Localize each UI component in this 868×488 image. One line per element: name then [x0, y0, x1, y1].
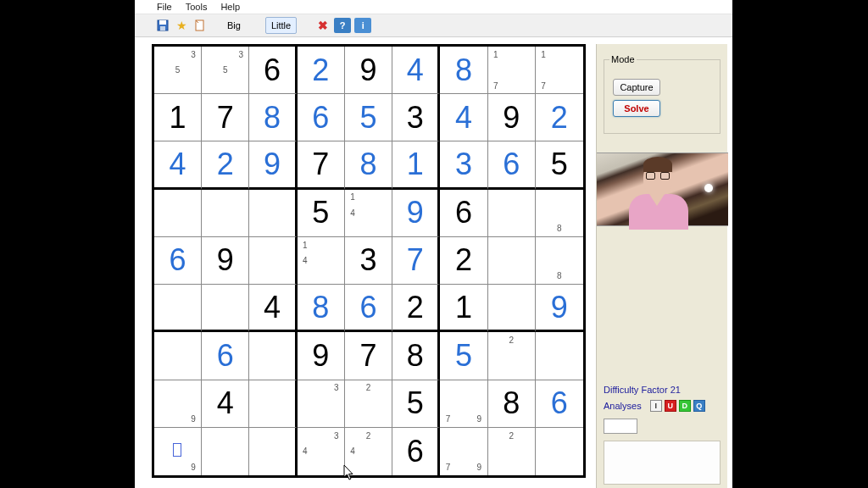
menu-file[interactable]: File: [157, 2, 172, 12]
cell-r6-c2[interactable]: [202, 285, 249, 332]
cell-r7-c9[interactable]: [536, 332, 583, 380]
sudoku-grid[interactable]: 3535629481717178653492429781365514968691…: [152, 44, 586, 478]
cell-r3-c4[interactable]: 7: [298, 141, 345, 189]
cell-r4-c1[interactable]: [154, 190, 202, 237]
cell-r1-c7[interactable]: 8: [440, 47, 487, 94]
help-button[interactable]: ?: [334, 18, 351, 33]
cell-r9-c9[interactable]: [536, 428, 583, 475]
cell-r1-c5[interactable]: 9: [345, 47, 392, 94]
cell-r3-c7[interactable]: 3: [440, 141, 487, 189]
cell-r2-c5[interactable]: 5: [345, 94, 392, 141]
cell-r2-c4[interactable]: 6: [298, 94, 345, 141]
cell-r6-c6[interactable]: 2: [392, 285, 440, 332]
cell-r6-c4[interactable]: 8: [298, 285, 345, 332]
cell-r2-c7[interactable]: 4: [440, 94, 487, 141]
cell-r3-c8[interactable]: 6: [488, 141, 536, 189]
cell-r1-c9[interactable]: 17: [536, 47, 583, 94]
cell-r2-c9[interactable]: 2: [536, 94, 583, 141]
cell-r1-c6[interactable]: 4: [392, 47, 440, 94]
cell-r6-c7[interactable]: 1: [440, 285, 487, 332]
cell-r2-c2[interactable]: 7: [202, 94, 249, 141]
analysis-d-button[interactable]: D: [679, 400, 691, 412]
cell-r7-c3[interactable]: [249, 332, 297, 380]
cell-r7-c4[interactable]: 9: [298, 332, 345, 380]
cell-r7-c8[interactable]: 2: [488, 332, 536, 380]
cell-r5-c7[interactable]: 2: [440, 237, 487, 285]
analysis-q-button[interactable]: Q: [693, 400, 705, 412]
cell-r9-c4[interactable]: 34: [298, 428, 345, 475]
cell-r9-c5[interactable]: 24: [345, 428, 392, 475]
big-button[interactable]: Big: [221, 17, 247, 34]
cell-r9-c2[interactable]: [202, 428, 249, 475]
analysis-u-button[interactable]: U: [665, 400, 676, 412]
cell-r3-c9[interactable]: 5: [536, 141, 583, 189]
cell-r7-c5[interactable]: 7: [345, 332, 392, 380]
cell-r8-c8[interactable]: 8: [488, 380, 536, 428]
cell-r4-c6[interactable]: 9: [392, 190, 440, 237]
cell-r2-c6[interactable]: 3: [392, 94, 440, 141]
cell-r7-c7[interactable]: 5: [440, 332, 487, 380]
little-button[interactable]: Little: [265, 17, 297, 34]
cell-r7-c2[interactable]: 6: [202, 332, 249, 380]
save-icon[interactable]: [155, 18, 170, 33]
cell-r3-c5[interactable]: 8: [345, 141, 392, 189]
cell-r6-c1[interactable]: [154, 285, 202, 332]
cell-r8-c6[interactable]: 5: [392, 380, 440, 428]
cell-r5-c5[interactable]: 3: [345, 237, 392, 285]
cell-r5-c1[interactable]: 6: [154, 237, 202, 285]
cell-r8-c1[interactable]: 9: [154, 380, 202, 428]
cell-r2-c8[interactable]: 9: [488, 94, 536, 141]
cell-r9-c7[interactable]: 79: [440, 428, 487, 475]
cell-r2-c3[interactable]: 8: [249, 94, 297, 141]
cell-r5-c2[interactable]: 9: [202, 237, 249, 285]
cell-r5-c9[interactable]: 8: [536, 237, 583, 285]
cell-r4-c4[interactable]: 5: [298, 190, 345, 237]
solve-button[interactable]: Solve: [613, 100, 660, 117]
cell-r8-c3[interactable]: [249, 380, 297, 428]
analysis-i-button[interactable]: I: [650, 400, 662, 412]
cell-r3-c1[interactable]: 4: [154, 141, 202, 189]
cell-r4-c2[interactable]: [202, 190, 249, 237]
menu-tools[interactable]: Tools: [186, 2, 208, 12]
cell-r4-c9[interactable]: 8: [536, 190, 583, 237]
menu-help[interactable]: Help: [220, 2, 240, 12]
cell-r5-c6[interactable]: 7: [392, 237, 440, 285]
analysis-dropdown[interactable]: [604, 419, 637, 434]
cell-r3-c2[interactable]: 2: [202, 141, 249, 189]
cell-r4-c5[interactable]: 14: [345, 190, 392, 237]
cell-r6-c8[interactable]: [488, 285, 536, 332]
cell-r1-c8[interactable]: 17: [488, 47, 536, 94]
delete-x-icon[interactable]: ✖: [315, 18, 331, 33]
cell-r8-c9[interactable]: 6: [536, 380, 583, 428]
cell-r1-c3[interactable]: 6: [249, 47, 297, 94]
cell-r4-c8[interactable]: [488, 190, 536, 237]
cell-r9-c6[interactable]: 6: [392, 428, 440, 475]
cell-r3-c6[interactable]: 1: [392, 141, 440, 189]
cell-r4-c7[interactable]: 6: [440, 190, 487, 237]
cell-r3-c3[interactable]: 9: [249, 141, 297, 189]
cell-r9-c8[interactable]: 2: [488, 428, 536, 475]
cell-r9-c3[interactable]: [249, 428, 297, 475]
cell-r6-c3[interactable]: 4: [249, 285, 297, 332]
doc-icon[interactable]: [192, 18, 208, 33]
cell-r8-c4[interactable]: 3: [298, 380, 345, 428]
cell-r8-c7[interactable]: 79: [440, 380, 487, 428]
cell-r6-c9[interactable]: 9: [536, 285, 583, 332]
info-button[interactable]: i: [354, 18, 371, 33]
cell-r5-c3[interactable]: [249, 237, 297, 285]
cell-r9-c1[interactable]: 9: [154, 428, 202, 475]
cell-r1-c4[interactable]: 2: [298, 47, 345, 94]
cell-r5-c4[interactable]: 14: [298, 237, 345, 285]
cell-r1-c1[interactable]: 35: [154, 47, 202, 94]
cell-r5-c8[interactable]: [488, 237, 536, 285]
cell-r7-c1[interactable]: [154, 332, 202, 380]
cell-r7-c6[interactable]: 8: [392, 332, 440, 380]
cell-r8-c2[interactable]: 4: [202, 380, 249, 428]
cell-r6-c5[interactable]: 6: [345, 285, 392, 332]
star-icon[interactable]: ★: [174, 18, 189, 33]
cell-r8-c5[interactable]: 2: [345, 380, 392, 428]
cell-r1-c2[interactable]: 35: [202, 47, 249, 94]
capture-button[interactable]: Capture: [613, 79, 660, 96]
cell-r4-c3[interactable]: [249, 190, 297, 237]
cell-r2-c1[interactable]: 1: [154, 94, 202, 141]
